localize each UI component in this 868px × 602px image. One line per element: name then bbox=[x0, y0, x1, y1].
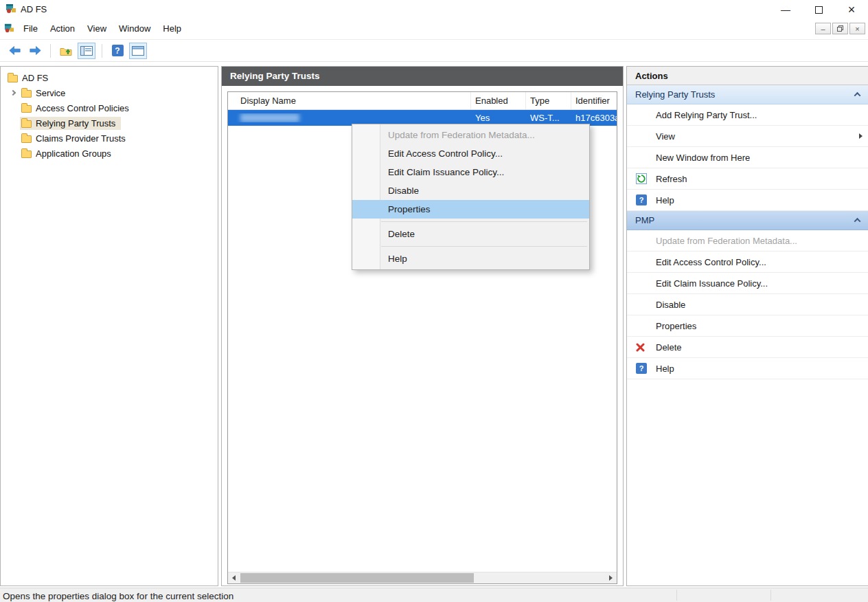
action-help[interactable]: ? Help bbox=[627, 358, 868, 379]
context-delete[interactable]: Delete bbox=[352, 225, 589, 243]
actions-section-pmp[interactable]: PMP bbox=[627, 211, 868, 230]
action-delete[interactable]: Delete bbox=[627, 337, 868, 358]
help-icon: ? bbox=[636, 363, 647, 374]
scroll-right-icon[interactable] bbox=[605, 572, 617, 583]
menu-action[interactable]: Action bbox=[44, 19, 81, 38]
column-type[interactable]: Type bbox=[526, 92, 571, 109]
actions-pane: Actions Relying Party Trusts Add Relying… bbox=[626, 66, 868, 586]
collapse-chevron-icon[interactable] bbox=[854, 218, 861, 225]
status-divider bbox=[676, 590, 677, 601]
action-edit-access-control-policy[interactable]: Edit Access Control Policy... bbox=[627, 252, 868, 273]
up-one-level-icon[interactable] bbox=[57, 43, 75, 59]
context-properties[interactable]: Properties bbox=[352, 200, 589, 219]
back-icon[interactable] bbox=[5, 43, 23, 59]
child-minimize-icon[interactable]: – bbox=[815, 23, 831, 34]
folder-icon bbox=[21, 105, 32, 113]
menu-view[interactable]: View bbox=[81, 19, 113, 38]
scrollbar-thumb[interactable] bbox=[240, 573, 474, 583]
action-update-from-federation-metadata: Update from Federation Metadata... bbox=[627, 230, 868, 252]
action-label: Edit Access Control Policy... bbox=[656, 257, 766, 267]
tree-item-label: Claims Provider Trusts bbox=[36, 133, 126, 144]
folder-icon bbox=[21, 120, 32, 128]
tree-item-label: Service bbox=[36, 88, 65, 98]
tree-item-relying-party-trusts[interactable]: Relying Party Trusts bbox=[1, 115, 218, 131]
context-menu-separator bbox=[381, 246, 587, 247]
status-text: Opens the properties dialog box for the … bbox=[3, 591, 233, 601]
pane-title: Relying Party Trusts bbox=[222, 67, 623, 86]
action-properties[interactable]: Properties bbox=[627, 315, 868, 337]
action-label: Disable bbox=[656, 300, 685, 310]
app-icon bbox=[5, 3, 16, 16]
chevron-right-icon[interactable] bbox=[6, 91, 20, 95]
close-icon[interactable]: × bbox=[835, 0, 868, 19]
column-identifier[interactable]: Identifier bbox=[571, 92, 617, 109]
tree-item-access-control-policies[interactable]: Access Control Policies bbox=[1, 100, 218, 115]
status-bar: Opens the properties dialog box for the … bbox=[0, 588, 868, 602]
action-label: Properties bbox=[656, 321, 696, 331]
tree-item-label: Application Groups bbox=[36, 148, 111, 159]
child-restore-icon[interactable] bbox=[832, 23, 848, 34]
action-label: Help bbox=[656, 364, 674, 374]
action-label: Add Relying Party Trust... bbox=[656, 110, 757, 120]
child-close-icon[interactable]: × bbox=[849, 23, 865, 34]
context-disable[interactable]: Disable bbox=[352, 181, 589, 200]
action-label: Update from Federation Metadata... bbox=[656, 236, 797, 246]
child-window-controls: – × bbox=[815, 23, 865, 34]
action-add-relying-party-trust[interactable]: Add Relying Party Trust... bbox=[627, 104, 868, 126]
section-title: PMP bbox=[635, 215, 654, 225]
action-edit-claim-issuance-policy[interactable]: Edit Claim Issuance Policy... bbox=[627, 273, 868, 294]
action-label: View bbox=[656, 131, 675, 142]
show-console-tree-icon[interactable] bbox=[78, 43, 95, 59]
refresh-icon bbox=[636, 173, 647, 184]
list-column-headers: Display Name Enabled Type Identifier bbox=[228, 92, 617, 110]
cell-enabled: Yes bbox=[471, 113, 526, 123]
menu-file[interactable]: File bbox=[17, 19, 44, 38]
action-refresh[interactable]: Refresh bbox=[627, 168, 868, 190]
toolbar: ? bbox=[0, 40, 868, 62]
console-tree-panel: AD FS Service Access Control Policies Re… bbox=[0, 66, 218, 586]
action-view[interactable]: View bbox=[627, 126, 868, 147]
help-icon[interactable]: ? bbox=[108, 43, 126, 59]
minimize-icon[interactable]: — bbox=[769, 0, 802, 19]
context-edit-claim-issuance-policy[interactable]: Edit Claim Issuance Policy... bbox=[352, 163, 589, 181]
tree-item-ad-fs[interactable]: AD FS bbox=[1, 70, 218, 85]
scroll-left-icon[interactable] bbox=[228, 572, 240, 583]
actions-title: Actions bbox=[627, 67, 868, 85]
action-disable[interactable]: Disable bbox=[627, 294, 868, 315]
console-icon bbox=[4, 23, 14, 35]
forward-icon[interactable] bbox=[26, 43, 44, 59]
maximize-icon[interactable] bbox=[802, 0, 835, 19]
cell-display-name bbox=[228, 113, 471, 122]
collapse-chevron-icon[interactable] bbox=[854, 92, 861, 99]
menu-help[interactable]: Help bbox=[157, 19, 187, 38]
horizontal-scrollbar[interactable] bbox=[228, 572, 617, 583]
folder-icon bbox=[21, 90, 32, 98]
action-help[interactable]: ? Help bbox=[627, 190, 868, 211]
menu-bar: File Action View Window Help – × bbox=[0, 18, 868, 40]
column-display-name[interactable]: Display Name bbox=[228, 92, 471, 109]
delete-icon bbox=[636, 343, 645, 354]
column-enabled[interactable]: Enabled bbox=[471, 92, 526, 109]
action-label: Help bbox=[656, 195, 674, 205]
action-new-window-from-here[interactable]: New Window from Here bbox=[627, 147, 868, 168]
context-edit-access-control-policy[interactable]: Edit Access Control Policy... bbox=[352, 144, 589, 163]
menu-window[interactable]: Window bbox=[113, 19, 157, 38]
tree-item-claims-provider-trusts[interactable]: Claims Provider Trusts bbox=[1, 131, 218, 146]
title-bar: AD FS — × bbox=[0, 0, 868, 18]
folder-icon bbox=[21, 135, 32, 143]
new-window-icon[interactable] bbox=[129, 43, 147, 59]
section-title: Relying Party Trusts bbox=[635, 89, 715, 100]
tree-item-service[interactable]: Service bbox=[1, 85, 218, 100]
cell-type: WS-T... bbox=[526, 113, 571, 123]
action-label: Delete bbox=[656, 342, 682, 353]
folder-icon bbox=[21, 150, 32, 158]
context-help[interactable]: Help bbox=[352, 249, 589, 268]
display-name-redacted bbox=[240, 113, 299, 122]
action-label: Edit Claim Issuance Policy... bbox=[656, 278, 768, 289]
tree-item-label: AD FS bbox=[22, 73, 48, 83]
cell-identifier: h17c6303a3 bbox=[571, 113, 617, 123]
action-label: Refresh bbox=[656, 174, 687, 184]
tree-item-application-groups[interactable]: Application Groups bbox=[1, 146, 218, 161]
actions-section-relying-party-trusts[interactable]: Relying Party Trusts bbox=[627, 85, 868, 104]
toolbar-separator bbox=[102, 44, 102, 58]
